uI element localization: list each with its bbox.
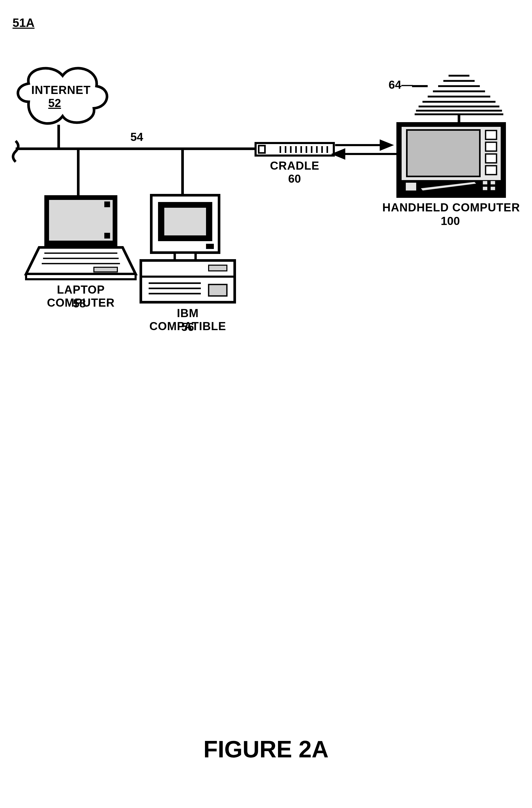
svg-rect-57 xyxy=(206,244,214,249)
internet-cloud xyxy=(18,68,107,149)
bus-ref: 54 xyxy=(130,130,143,144)
svg-rect-36 xyxy=(486,166,496,175)
handheld-label: HANDHELD COMPUTER xyxy=(378,201,524,214)
cradle-ref: 60 xyxy=(288,172,301,185)
svg-rect-40 xyxy=(482,181,488,185)
svg-rect-38 xyxy=(406,183,416,190)
svg-rect-56 xyxy=(164,208,206,235)
svg-marker-48 xyxy=(26,247,136,274)
svg-rect-46 xyxy=(104,201,110,207)
handheld-ref: 100 xyxy=(441,215,460,227)
svg-rect-47 xyxy=(104,233,110,239)
internet-ref: 52 xyxy=(48,96,61,110)
svg-rect-43 xyxy=(490,186,495,190)
antenna-ref: 64— xyxy=(388,78,413,91)
laptop-ref: 58 xyxy=(73,297,86,310)
laptop-icon xyxy=(26,195,136,279)
cradle-handheld-link xyxy=(334,141,402,170)
cradle-label: CRADLE xyxy=(269,159,321,172)
handheld-icon xyxy=(396,122,506,198)
svg-marker-17 xyxy=(381,141,391,149)
svg-rect-49 xyxy=(26,274,136,279)
svg-rect-53 xyxy=(94,267,117,272)
cradle-icon xyxy=(255,143,334,155)
diagram-canvas xyxy=(0,0,532,808)
svg-rect-42 xyxy=(482,186,488,190)
svg-rect-61 xyxy=(209,265,227,271)
figure-caption: FIGURE 2A xyxy=(0,736,532,763)
svg-rect-5 xyxy=(259,146,265,153)
svg-rect-65 xyxy=(209,284,227,296)
svg-marker-19 xyxy=(334,150,344,158)
svg-rect-41 xyxy=(490,181,495,185)
svg-rect-35 xyxy=(486,154,496,163)
svg-rect-45 xyxy=(49,199,113,241)
antenna-icon xyxy=(415,76,503,123)
svg-rect-34 xyxy=(486,142,496,151)
internet-label: INTERNET xyxy=(31,84,83,96)
pc-icon xyxy=(141,195,235,302)
pc-ref: 56 xyxy=(181,320,194,333)
svg-rect-32 xyxy=(407,130,480,177)
svg-rect-33 xyxy=(486,130,496,140)
